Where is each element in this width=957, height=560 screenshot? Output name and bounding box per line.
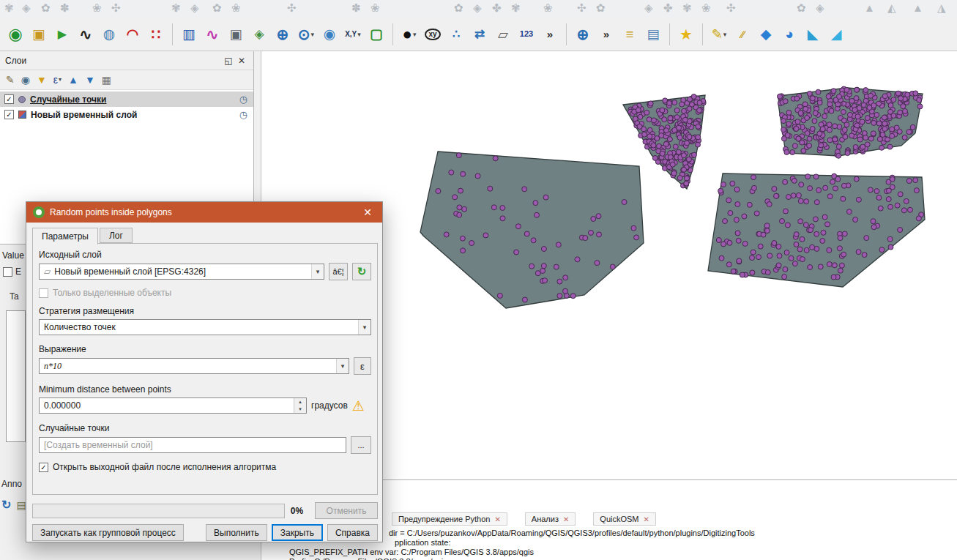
swap-path-icon[interactable]: ⇄ xyxy=(469,21,491,48)
expression-combo[interactable]: n*10 ▾ xyxy=(39,358,349,374)
dropdown-arrow-icon[interactable]: ▾ xyxy=(59,77,62,83)
annotations-label: Anno xyxy=(1,479,22,489)
source-layer-combo[interactable]: ▱ Новый временный слой [EPSG:4326] ▾ xyxy=(39,264,324,280)
iterate-button[interactable]: â€¦ xyxy=(329,263,348,280)
random-point xyxy=(803,223,808,228)
icon-glyph: ⊕ xyxy=(577,27,589,42)
toolbar-overflow-icon-2[interactable]: » xyxy=(595,21,617,48)
xy-tool-icon[interactable]: xy xyxy=(422,21,444,48)
fragment-checkbox[interactable] xyxy=(3,267,12,277)
toolbar-overflow-icon[interactable]: » xyxy=(539,21,561,48)
refresh-icon[interactable]: ↻ xyxy=(1,498,11,512)
circle-tool-icon[interactable]: ●▾ xyxy=(398,21,420,48)
temporal-clock-icon: ◷ xyxy=(239,94,247,105)
tab-close-icon[interactable]: ✕ xyxy=(494,515,500,523)
panel-box-icon[interactable]: ▤ xyxy=(16,499,26,511)
dialog-titlebar[interactable]: Random points inside polygons ✕ xyxy=(26,202,382,223)
spin-arrows[interactable]: ▴ ▾ xyxy=(294,398,306,413)
layer-checkbox[interactable]: ✓ xyxy=(4,110,14,119)
remove-layer-icon[interactable]: ▦ xyxy=(102,75,111,85)
spin-up-icon[interactable]: ▴ xyxy=(294,398,306,406)
filter-legend-icon[interactable]: ▼ xyxy=(37,75,47,85)
map-themes-icon[interactable]: ◉ xyxy=(21,75,30,85)
dot-grid-icon[interactable]: ∷ xyxy=(145,21,167,48)
profile-icon[interactable]: ∿ xyxy=(201,21,223,48)
random-point xyxy=(882,94,887,99)
curve-points-icon[interactable]: ◠ xyxy=(122,21,144,48)
attributes-form-icon[interactable]: ▤ xyxy=(642,21,664,48)
refresh-button[interactable]: ↻ xyxy=(352,263,371,280)
panel-dock-icon[interactable]: ◱ xyxy=(222,54,235,67)
random-point xyxy=(794,126,799,131)
layer-stack-icon[interactable]: ≡ xyxy=(619,21,641,48)
measure-icon[interactable]: ▱ xyxy=(492,21,514,48)
icon-glyph: ◍ xyxy=(103,27,116,41)
move-features-icon[interactable]: ◈ xyxy=(248,21,270,48)
favorites-star-icon[interactable]: ★ xyxy=(675,21,697,48)
dropdown-arrow-icon[interactable]: ▾ xyxy=(723,31,727,38)
shape-circle-icon[interactable]: ◕ xyxy=(778,21,800,48)
tab-close-icon[interactable]: ✕ xyxy=(563,515,569,523)
expand-all-icon[interactable]: ▲ xyxy=(68,75,78,85)
dialog-close-icon[interactable]: ✕ xyxy=(360,206,376,218)
select-region-icon[interactable]: ▢ xyxy=(365,21,387,48)
icon-glyph: ∕∕ xyxy=(741,29,745,40)
close-button[interactable]: Закрыть xyxy=(272,524,323,541)
shape-corner-icon[interactable]: ◢ xyxy=(825,21,847,48)
min-distance-spinbox[interactable]: 0.000000 ▴ ▾ xyxy=(39,397,307,414)
ghost-icon: ❀ xyxy=(543,1,553,15)
output-file-input[interactable] xyxy=(39,437,346,453)
help-button[interactable]: Справка xyxy=(327,524,378,541)
tab-log[interactable]: Лог xyxy=(100,228,133,243)
spin-down-icon[interactable]: ▾ xyxy=(294,406,306,413)
random-point xyxy=(514,250,519,255)
coordinate-capture-icon[interactable]: X,Y▾ xyxy=(342,21,364,48)
digitize-pencil-icon[interactable]: ✎▾ xyxy=(708,21,730,48)
copy-features-icon[interactable]: ▣ xyxy=(225,21,247,48)
random-point xyxy=(882,115,887,120)
ghost-icon: ❀ xyxy=(370,1,380,15)
identify-icon[interactable]: ⊕ xyxy=(572,21,594,48)
layer-item[interactable]: ✓Случайные точки◷ xyxy=(0,92,253,107)
dropdown-arrow-icon[interactable]: ▾ xyxy=(357,31,361,38)
add-layer-icon[interactable]: ▣ xyxy=(28,21,50,48)
tab-close-icon[interactable]: ✕ xyxy=(644,515,649,523)
layer-styling-icon[interactable]: ✎ xyxy=(6,75,15,85)
random-point xyxy=(597,232,602,237)
panel-close-icon[interactable]: ✕ xyxy=(235,54,248,67)
database-icon[interactable]: ◍ xyxy=(98,21,120,48)
strategy-combo[interactable]: Количество точек ▾ xyxy=(39,319,371,335)
layer-checkbox[interactable]: ✓ xyxy=(4,94,14,104)
browse-button[interactable]: ... xyxy=(351,436,371,454)
digitize-line-icon[interactable]: ∕∕ xyxy=(731,21,753,48)
dropdown-arrow-icon[interactable]: ▾ xyxy=(311,31,315,38)
batch-button[interactable]: Запускать как групповой процесс xyxy=(32,524,184,541)
shape-triangle-icon[interactable]: ◣ xyxy=(802,21,824,48)
new-map-view-icon[interactable]: ▥ xyxy=(178,21,200,48)
zoom-in-icon[interactable]: ⊕ xyxy=(272,21,294,48)
collapse-all-icon[interactable]: ▼ xyxy=(85,75,95,85)
plugin-icon[interactable]: ▶ xyxy=(51,21,73,48)
statistics-icon[interactable]: ∿ xyxy=(75,21,97,48)
bottom-tab[interactable]: Предупреждение Python✕ xyxy=(392,512,507,526)
ghost-icon: ◈ xyxy=(190,1,199,15)
layer-item[interactable]: ✓Новый временный слой◷ xyxy=(0,107,253,122)
filter-expression-icon[interactable]: ε▾ xyxy=(53,75,62,85)
expression-builder-button[interactable]: ε xyxy=(354,357,371,375)
points-path-icon[interactable]: ∴ xyxy=(445,21,467,48)
sum-123-icon[interactable]: 123 xyxy=(515,21,537,48)
globe-icon[interactable]: ◉ xyxy=(319,21,340,48)
dropdown-arrow-icon[interactable]: ▾ xyxy=(413,31,417,38)
combo-arrow-icon[interactable]: ▾ xyxy=(336,359,349,373)
qgis-logo-icon[interactable]: ◉ xyxy=(4,21,26,48)
tab-parameters[interactable]: Параметры xyxy=(32,228,98,244)
bottom-tab[interactable]: Анализ✕ xyxy=(525,512,576,526)
open-output-checkbox[interactable]: ✓ xyxy=(39,463,48,472)
zoom-full-icon[interactable]: ⊙▾ xyxy=(295,21,317,48)
random-point xyxy=(638,114,643,119)
run-button[interactable]: Выполнить xyxy=(206,524,267,541)
combo-arrow-icon[interactable]: ▾ xyxy=(311,264,324,279)
bottom-tab[interactable]: QuickOSM✕ xyxy=(593,512,656,526)
combo-arrow-icon[interactable]: ▾ xyxy=(358,320,370,335)
shape-polygon-icon[interactable]: ◆ xyxy=(755,21,777,48)
